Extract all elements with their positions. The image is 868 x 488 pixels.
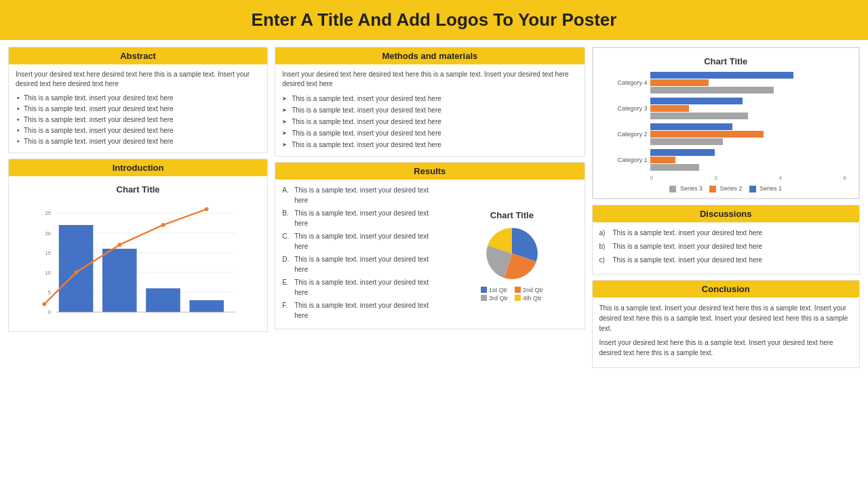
svg-text:25: 25 <box>45 210 51 216</box>
legend-item-1stqtr: 1st Qtr <box>481 287 509 293</box>
chart-right-box: Chart Title Category 4 <box>593 47 860 199</box>
list-item: This is a sample text. insert your desir… <box>282 116 577 127</box>
methods-header: Methods and materials <box>275 47 584 64</box>
right-column: Chart Title Category 4 <box>592 47 861 481</box>
svg-rect-22 <box>481 287 487 293</box>
chart-right-panel: Chart Title Category 4 <box>592 47 861 199</box>
list-item: This is a sample text. insert your desir… <box>16 136 260 147</box>
svg-point-18 <box>117 243 121 247</box>
discussions-content: a) This is a sample text. insert your de… <box>593 222 860 274</box>
introduction-panel: Introduction Chart Title <box>8 159 268 332</box>
legend-item-3rdqtr: 3rd Qtr <box>481 295 509 302</box>
list-item: F. This is a sample text. insert your de… <box>282 300 442 321</box>
hbar-s3-cat4 <box>650 87 774 94</box>
svg-text:5: 5 <box>48 289 51 296</box>
list-item: This is a sample text. insert your desir… <box>282 139 577 150</box>
hbar-cat4-label: Category 4 <box>606 79 648 86</box>
list-item: b) This is a sample text. insert your de… <box>599 241 853 252</box>
discussions-list: a) This is a sample text. insert your de… <box>599 228 853 266</box>
hbar-cat4-bars <box>650 72 847 94</box>
methods-panel: Methods and materials Insert your desire… <box>275 47 585 157</box>
hbar-s1-cat3 <box>650 98 743 104</box>
conclusion-text2: Insert your desired text here this is a … <box>599 338 853 358</box>
results-panel: Results A. This is a sample text. insert… <box>275 162 585 329</box>
svg-text:20: 20 <box>45 230 51 237</box>
list-item: This is a sample text. insert your desir… <box>16 115 260 125</box>
results-chart: Chart Title <box>446 185 577 323</box>
hbar-cat3-bars <box>650 98 847 119</box>
results-content: A. This is a sample text. insert your de… <box>275 180 584 329</box>
hbar-chart: Category 4 Category 3 <box>600 69 852 181</box>
abstract-bullets: This is a sample text. insert your desir… <box>16 93 260 147</box>
list-item: C. This is a sample text. insert your de… <box>282 231 442 251</box>
list-item: This is a sample text. insert your desir… <box>16 93 260 104</box>
abstract-content: Insert your desired text here desired te… <box>9 64 267 152</box>
abstract-header: Abstract <box>9 47 267 64</box>
legend-item-2ndqtr: 2nd Qtr <box>515 287 543 293</box>
svg-rect-14 <box>146 288 180 312</box>
svg-rect-25 <box>515 295 521 301</box>
svg-point-20 <box>205 207 209 211</box>
pie-legend: 1st Qtr 2nd Qtr 3rd Qtr <box>481 287 543 302</box>
results-inner: A. This is a sample text. insert your de… <box>282 185 577 323</box>
discussions-panel: Discussions a) This is a sample text. in… <box>592 205 861 274</box>
hbar-s2-cat2 <box>650 131 764 138</box>
hbar-s2-cat3 <box>650 105 690 112</box>
middle-column: Methods and materials Insert your desire… <box>275 47 585 481</box>
xaxis-6: 6 <box>844 175 846 181</box>
hbar-row-cat3: Category 3 <box>606 98 847 119</box>
pie-chart-svg <box>481 223 542 284</box>
hbar-cat3-label: Category 3 <box>606 105 648 112</box>
svg-rect-15 <box>189 300 224 312</box>
page-title: Enter A Title And Add Logos To Your Post… <box>252 9 617 30</box>
pie-chart-title: Chart Title <box>490 207 534 220</box>
intro-chart-title: Chart Title <box>16 182 260 195</box>
intro-bar-line-chart: 0 5 10 15 20 25 <box>18 200 255 322</box>
hbar-cat1-label: Category 1 <box>606 157 648 163</box>
pie-chart-container: Chart Title <box>478 205 546 304</box>
hbar-s2-cat1 <box>650 157 676 163</box>
hbar-s1-cat4 <box>650 72 793 79</box>
svg-point-16 <box>42 302 46 306</box>
conclusion-header: Conclusion <box>593 281 860 298</box>
legend-series1: Series 1 <box>749 185 783 192</box>
hbar-s3-cat3 <box>650 113 749 119</box>
list-item: D. This is a sample text. insert your de… <box>282 254 442 274</box>
xaxis-2: 2 <box>715 175 717 181</box>
svg-point-17 <box>74 270 78 274</box>
list-item: a) This is a sample text. insert your de… <box>599 228 853 239</box>
hbar-s3-cat2 <box>650 138 723 145</box>
conclusion-content: This is a sample text. Insert your desir… <box>593 298 860 367</box>
list-item: B. This is a sample text. insert your de… <box>282 208 442 228</box>
abstract-intro: Insert your desired text here desired te… <box>16 70 260 89</box>
intro-chart: 0 5 10 15 20 25 <box>16 197 260 326</box>
list-item: c) This is a sample text. insert your de… <box>599 255 853 266</box>
svg-rect-12 <box>59 225 94 312</box>
hbar-row-cat4: Category 4 <box>606 72 847 94</box>
legend-item-4thqtr: 4th Qtr <box>515 295 543 302</box>
conclusion-panel: Conclusion This is a sample text. Insert… <box>592 280 861 368</box>
hbar-cat2-label: Category 2 <box>606 131 648 138</box>
xaxis-4: 4 <box>779 175 782 181</box>
list-item: This is a sample text. insert your desir… <box>282 127 577 139</box>
methods-intro: Insert your desired text here desired te… <box>282 70 577 89</box>
hbar-s1-cat2 <box>650 123 733 130</box>
svg-rect-13 <box>102 249 137 312</box>
legend-series2: Series 2 <box>709 185 743 192</box>
list-item: E. This is a sample text. insert your de… <box>282 277 442 298</box>
hbar-s2-cat4 <box>650 79 709 86</box>
list-item: This is a sample text. insert your desir… <box>16 125 260 136</box>
svg-text:15: 15 <box>45 250 51 256</box>
page-header: Enter A Title And Add Logos To Your Post… <box>0 0 868 40</box>
list-item: This is a sample text. insert your desir… <box>282 104 577 116</box>
hbar-s3-cat1 <box>650 164 699 171</box>
methods-content: Insert your desired text here desired te… <box>275 64 584 156</box>
list-item: This is a sample text. insert your desir… <box>16 104 260 115</box>
list-item: A. This is a sample text. insert your de… <box>282 185 442 205</box>
hbar-cat1-bars <box>650 149 847 171</box>
chart-right-legend: Series 3 Series 2 Series 1 <box>600 185 852 192</box>
results-header: Results <box>275 163 584 180</box>
results-list: A. This is a sample text. insert your de… <box>282 185 442 323</box>
introduction-header: Introduction <box>9 159 267 176</box>
svg-text:10: 10 <box>45 270 51 276</box>
